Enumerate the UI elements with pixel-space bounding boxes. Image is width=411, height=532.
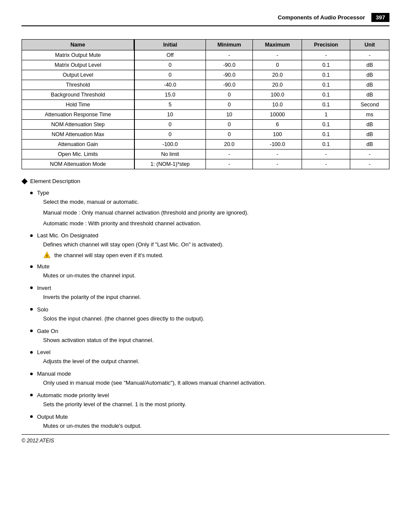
bullet-label-text: Mute <box>37 263 50 270</box>
table-cell: dB <box>350 80 389 90</box>
table-row: Attenuation Response Time1010100001ms <box>22 110 389 120</box>
list-item: SoloSolos the input channel. (the channe… <box>30 306 389 324</box>
table-cell: 1 <box>302 110 350 120</box>
list-item: Automatic mode priority levelSets the pr… <box>30 392 389 409</box>
table-cell: 0.1 <box>302 130 350 140</box>
table-row: NOM Attenuation Step0060.1dB <box>22 120 389 130</box>
table-cell: 0 <box>134 60 206 70</box>
bullet-item-label: Invert <box>30 285 389 291</box>
table-cell: 5 <box>134 100 206 110</box>
table-cell: - <box>206 159 253 169</box>
table-cell: 10.0 <box>253 100 302 110</box>
bullet-dot <box>30 330 33 332</box>
table-cell: Attenuation Gain <box>22 140 134 149</box>
table-cell: -90.0 <box>206 60 253 70</box>
sub-text: Automatic mode : With priority and thres… <box>30 219 389 228</box>
table-cell: 1: (NOM-1)*step <box>134 159 206 169</box>
bullet-label-text: Gate On <box>37 328 58 334</box>
bullet-label-text: Automatic mode priority level <box>37 392 109 398</box>
col-unit: Unit <box>350 40 389 50</box>
table-cell: Matrix Output Level <box>22 60 134 70</box>
table-cell: -100.0 <box>253 140 302 149</box>
table-cell: 0 <box>134 130 206 140</box>
table-cell: dB <box>350 120 389 130</box>
table-cell: 6 <box>253 120 302 130</box>
list-item: TypeSelect the mode, manual or automatic… <box>30 190 389 228</box>
table-cell: 0 <box>206 120 253 130</box>
table-cell: 0.1 <box>302 80 350 90</box>
table-row: Matrix Output Level0-90.000.1dB <box>22 60 389 70</box>
bullet-label-text: Invert <box>37 285 51 291</box>
table-cell: - <box>253 159 302 169</box>
table-cell: 0.1 <box>302 90 350 100</box>
sub-text: Sets the priority level of the channel. … <box>30 400 389 409</box>
table-cell: -90.0 <box>206 80 253 90</box>
table-cell: -100.0 <box>134 140 206 149</box>
table-cell: Background Threshold <box>22 90 134 100</box>
table-cell: 0.1 <box>302 140 350 149</box>
table-cell: -40.0 <box>134 80 206 90</box>
table-row: Threshold-40.0-90.020.00.1dB <box>22 80 389 90</box>
table-cell: 0 <box>206 90 253 100</box>
table-cell: 10 <box>206 110 253 120</box>
data-table: Name Initial Minimum Maximum Precision U… <box>22 39 389 169</box>
table-cell: 10000 <box>253 110 302 120</box>
table-cell: 0 <box>134 70 206 80</box>
bullet-item-label: Output Mute <box>30 414 389 420</box>
table-cell: dB <box>350 130 389 140</box>
bullet-label-text: Level <box>37 349 50 355</box>
table-cell: No limit <box>134 149 206 159</box>
table-cell: - <box>253 149 302 159</box>
sub-text: Defines which channel will stay open (On… <box>30 240 389 249</box>
bullet-dot <box>30 286 33 289</box>
table-cell: 0 <box>206 100 253 110</box>
table-cell: 0.1 <box>302 120 350 130</box>
sub-text: Inverts the polarity of the input channe… <box>30 293 389 302</box>
col-name: Name <box>22 40 134 50</box>
table-cell: - <box>350 149 389 159</box>
bullet-label-text: Manual mode <box>37 370 71 377</box>
bullet-item-label: Manual mode <box>30 370 389 377</box>
sub-text: Only used in manual mode (see "Manual/Au… <box>30 379 389 388</box>
list-item: MuteMutes or un-mutes the channel input. <box>30 263 389 280</box>
bullet-dot <box>30 308 33 311</box>
table-cell: 100.0 <box>253 90 302 100</box>
list-item: InvertInverts the polarity of the input … <box>30 285 389 302</box>
page-number: 397 <box>371 13 389 22</box>
table-cell: NOM Attenuation Step <box>22 120 134 130</box>
sub-text: Adjusts the level of the output channel. <box>30 357 389 366</box>
table-cell: - <box>302 149 350 159</box>
bullet-dot <box>30 192 33 194</box>
bullet-dot <box>30 234 33 237</box>
table-cell: -90.0 <box>206 70 253 80</box>
table-cell: - <box>350 50 389 60</box>
table-cell: 20.0 <box>253 80 302 90</box>
warning-line: !the channel will stay open even if it's… <box>30 251 389 259</box>
sub-text: Manual mode : Only manual channel activa… <box>30 208 389 218</box>
bullet-item-label: Gate On <box>30 328 389 334</box>
section-label: Element Description <box>30 178 80 184</box>
table-row: NOM Attenuation Mode1: (NOM-1)*step---- <box>22 159 389 169</box>
table-row: Output Level0-90.020.00.1dB <box>22 70 389 80</box>
page-header: Components of Audio Processor 397 <box>22 13 389 26</box>
footer-text: © 2012 ATEIS <box>22 438 54 444</box>
table-cell: - <box>350 159 389 169</box>
sub-text: Select the mode, manual or automatic. <box>30 198 389 207</box>
bullet-label-text: Output Mute <box>37 414 68 420</box>
bullet-dot <box>30 394 33 396</box>
table-row: Matrix Output MuteOff---- <box>22 50 389 60</box>
table-cell: dB <box>350 60 389 70</box>
table-cell: 0 <box>253 60 302 70</box>
list-item: Output MuteMutes or un-mutes the module'… <box>30 414 389 431</box>
table-cell: - <box>302 50 350 60</box>
table-cell: Second <box>350 100 389 110</box>
table-cell: 15.0 <box>134 90 206 100</box>
sub-text: Shows activation status of the input cha… <box>30 336 389 345</box>
bullet-label-text: Last Mic. On Designated <box>37 232 98 239</box>
table-cell: 0 <box>134 120 206 130</box>
table-cell: 10 <box>134 110 206 120</box>
page-container: Components of Audio Processor 397 Name I… <box>0 0 411 452</box>
table-cell: Output Level <box>22 70 134 80</box>
table-cell: Off <box>134 50 206 60</box>
element-description: Element Description TypeSelect the mode,… <box>22 178 389 431</box>
